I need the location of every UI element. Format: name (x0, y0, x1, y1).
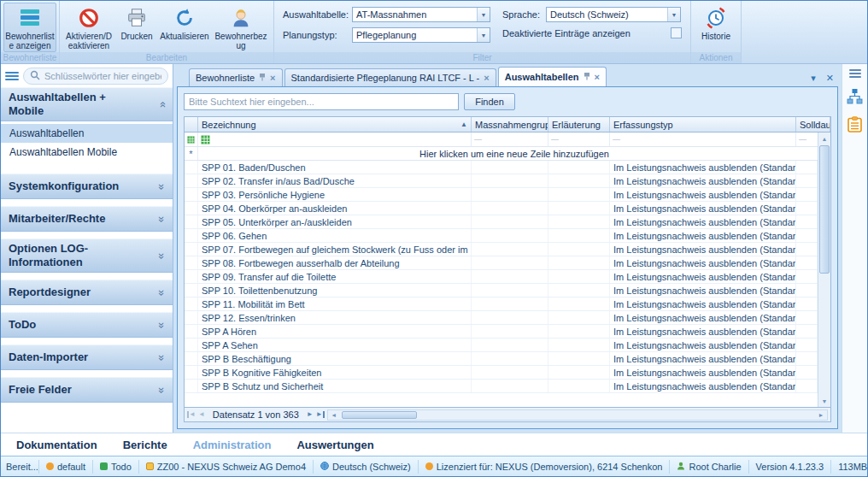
sidebar-section-systemkonfiguration[interactable]: Systemkonfiguration » (1, 174, 173, 199)
bewohnerbezug-button[interactable]: Bewohnerbezug (211, 3, 271, 52)
status-profile[interactable]: default (38, 460, 92, 474)
table-row[interactable]: SPP 05. Unterkörper an-/auskleidenIm Lei… (185, 215, 818, 229)
table-row[interactable]: SPP 07. Fortbewegen auf gleichem Stockwe… (185, 243, 818, 256)
table-row[interactable]: SPP 11. Mobilität im BettIm Leistungsnac… (185, 297, 818, 311)
drucken-button[interactable]: Drucken (115, 3, 158, 43)
table-row[interactable]: SPP 06. GehenIm Leistungsnachweis ausble… (185, 229, 818, 243)
tab-list-chevron-icon[interactable]: ▾ (806, 73, 820, 86)
sidebar-section-freie-felder[interactable]: Freie Felder » (1, 377, 173, 403)
table-row[interactable]: SPP 02. Transfer in/aus Bad/DuscheIm Lei… (185, 174, 818, 188)
auswahltabelle-select[interactable]: AT-Massnahmen ▼ (352, 7, 490, 22)
bewohnerliste-anzeigen-button[interactable]: Bewohnerliste anzeigen (3, 3, 56, 52)
table-row[interactable]: SPP 10. ToilettenbenutzungIm Leistungsna… (185, 284, 818, 297)
scroll-right-icon[interactable]: ► (815, 412, 827, 418)
sidebar-section-reportdesigner[interactable]: Reportdesigner » (1, 280, 173, 305)
checklist-icon[interactable] (847, 116, 862, 134)
filter-cell-bezeichnung[interactable] (198, 132, 472, 146)
cell-erlaeuterung (548, 311, 610, 324)
sidebar-section-auswahltabellen-mobile[interactable]: Auswahltabellen + Mobile » (1, 87, 173, 121)
scroll-up-icon[interactable]: ▲ (818, 132, 830, 144)
status-user[interactable]: Root Charlie (669, 460, 748, 474)
pin-icon[interactable] (259, 73, 266, 83)
table-row[interactable]: SPP B Kognitive FähigkeitenIm Leistungsn… (185, 366, 818, 380)
sidebar-section-mitarbeiter-rechte[interactable]: Mitarbeiter/Rechte » (1, 206, 173, 232)
sidebar-search[interactable] (23, 68, 168, 85)
table-row[interactable]: SPP B Schutz und SicherheitIm Leistungsn… (185, 380, 818, 393)
planungstyp-select[interactable]: Pflegeplanung ▼ (352, 27, 490, 43)
tab-auswahltabellen[interactable]: Auswahltabellen × (498, 67, 607, 86)
table-row[interactable]: SPP 09. Transfer auf die ToiletteIm Leis… (185, 270, 818, 284)
chevron-down-icon[interactable]: ▼ (477, 28, 490, 42)
last-record-button[interactable]: ► (316, 411, 325, 418)
close-icon[interactable]: × (484, 73, 489, 83)
status-license[interactable]: Lizenziert für: NEXUS (Demoversion), 621… (418, 460, 670, 474)
filter-cell-massnahmengruppe[interactable]: — (472, 132, 548, 146)
sprache-select[interactable]: Deutsch (Schweiz) ▼ (546, 7, 681, 22)
table-row[interactable]: SPP 03. Persönliche HygieneIm Leistungsn… (185, 188, 818, 202)
scroll-down-icon[interactable]: ▼ (818, 395, 830, 407)
find-button[interactable]: Finden (464, 93, 515, 110)
close-icon[interactable]: × (595, 72, 600, 82)
tab-administration[interactable]: Administration (193, 439, 272, 451)
button-label: Bewohnerliste anzeigen (5, 32, 55, 50)
table-row[interactable]: SPP 01. Baden/DuschenIm Leistungsnachwei… (185, 161, 818, 174)
sidebar-item-auswahltabellen-mobile[interactable]: Auswahltabellen Mobile (1, 143, 173, 162)
item-label: Auswahltabellen (9, 127, 84, 139)
sidebar-menu-icon[interactable] (5, 72, 19, 80)
table-row[interactable]: SPP A SehenIm Leistungsnachweis ausblend… (185, 339, 818, 352)
table-row[interactable]: SPP 12. Essen/trinkenIm Leistungsnachwei… (185, 311, 818, 325)
panel-menu-icon[interactable] (849, 69, 861, 78)
pin-icon[interactable] (584, 72, 590, 82)
status-todo[interactable]: Todo (92, 460, 138, 474)
resident-list-icon (18, 6, 42, 30)
tab-dokumentation[interactable]: Dokumentation (16, 439, 97, 451)
column-header-erlaeuterung[interactable]: Erläuterung (548, 117, 610, 132)
table-row[interactable]: SPP 08. Fortbewegen ausserhalb der Abtei… (185, 256, 818, 270)
cell-erlaeuterung (548, 188, 610, 201)
aktivieren-deaktivieren-button[interactable]: Aktivieren/Deaktivieren (62, 3, 115, 52)
previous-record-button[interactable]: ◄ (198, 411, 205, 418)
horizontal-scrollbar[interactable]: ◄ ► (327, 409, 828, 421)
column-header-bezeichnung[interactable]: Bezeichnung ▲ (198, 117, 472, 132)
sidebar-section-optionen-log[interactable]: Optionen LOG-Informationen » (1, 238, 173, 273)
sidebar-search-input[interactable] (44, 71, 161, 81)
table-row[interactable]: SPP 04. Oberkörper an-auskleidenIm Leist… (185, 202, 818, 215)
scrollbar-thumb[interactable] (342, 411, 417, 419)
next-record-button[interactable]: ► (307, 411, 314, 418)
vertical-scrollbar[interactable]: ▲ ▼ (818, 132, 830, 407)
select-value: Deutsch (Schweiz) (550, 9, 629, 20)
cell-solldauer (796, 229, 818, 242)
status-language[interactable]: Deutsch (Schweiz) (313, 460, 418, 474)
aktualisieren-button[interactable]: Aktualisieren (158, 3, 211, 43)
tab-auswertungen[interactable]: Auswertungen (296, 439, 373, 451)
status-mandant[interactable]: ZZ00 - NEXUS Schweiz AG Demo4 (138, 460, 313, 474)
column-header-erfassungstyp[interactable]: Erfassungstyp (610, 117, 796, 132)
grid-search-input[interactable] (184, 93, 459, 110)
sidebar-item-auswahltabellen[interactable]: Auswahltabellen (1, 124, 173, 143)
scroll-left-icon[interactable]: ◄ (328, 412, 340, 418)
chevron-down-icon[interactable]: ▼ (667, 8, 680, 21)
historie-button[interactable]: Historie (694, 3, 738, 43)
scrollbar-thumb[interactable] (819, 145, 830, 274)
first-record-button[interactable]: ◄ (187, 411, 196, 418)
new-row-link[interactable]: Hier klicken um eine neue Zeile hinzuzuf… (198, 147, 830, 160)
cell-solldauer (796, 215, 818, 228)
sidebar-section-todo[interactable]: ToDo » (1, 312, 173, 338)
item-label: Auswahltabellen Mobile (9, 146, 117, 158)
ribbon-group-label: Filter (274, 52, 690, 63)
column-header-solldauer[interactable]: Solldau (796, 117, 830, 132)
deaktivierte-eintraege-checkbox[interactable] (671, 27, 682, 38)
close-icon[interactable]: × (270, 73, 275, 83)
close-document-icon[interactable]: ✕ (822, 73, 838, 86)
filter-cell-erfassungstyp[interactable]: — (610, 132, 796, 146)
column-header-massnahmengruppe[interactable]: Massnahmengruppe (472, 117, 548, 132)
sidebar-section-daten-importer[interactable]: Daten-Importer » (1, 344, 173, 370)
chevron-down-icon[interactable]: ▼ (477, 8, 490, 21)
hierarchy-icon[interactable] (847, 88, 863, 106)
tab-standardisierte-pflegeplanung[interactable]: Standardisierte Pflegeplanung RAI LTCF -… (284, 68, 496, 86)
table-row[interactable]: SPP B BeschäftigungIm Leistungsnachweis … (185, 352, 818, 366)
tab-bewohnerliste[interactable]: Bewohnerliste × (189, 68, 283, 86)
table-row[interactable]: SPP A HörenIm Leistungsnachweis ausblend… (185, 325, 818, 339)
tab-berichte[interactable]: Berichte (123, 439, 167, 451)
filter-cell-erlaeuterung[interactable]: — (548, 132, 610, 146)
